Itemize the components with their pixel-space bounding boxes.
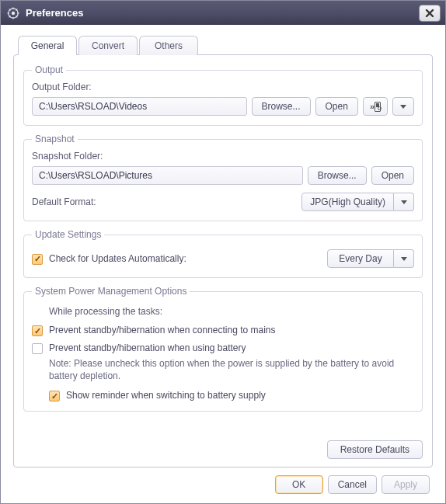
chevron-down-icon — [401, 257, 407, 261]
restore-defaults-button[interactable]: Restore Defaults — [327, 440, 423, 459]
power-group: System Power Management Options While pr… — [23, 286, 423, 412]
check-updates-checkbox[interactable] — [32, 254, 43, 265]
cancel-button[interactable]: Cancel — [328, 475, 377, 494]
output-folder-label: Output Folder: — [32, 82, 414, 92]
check-updates-checkbox-row: Check for Updates Automatically: — [32, 253, 186, 265]
tab-label: Others — [155, 40, 183, 51]
apply-button[interactable]: Apply — [382, 475, 430, 494]
default-format-arrow[interactable] — [394, 193, 414, 211]
close-icon — [424, 8, 435, 19]
dialog-footer: OK Cancel Apply — [13, 468, 433, 495]
default-format-value: JPG(High Quality) — [301, 193, 394, 211]
snapshot-legend: Snapshot — [32, 134, 78, 144]
tab-others[interactable]: Others — [139, 36, 198, 55]
default-format-select[interactable]: JPG(High Quality) — [301, 193, 414, 211]
window-title: Preferences — [26, 7, 419, 19]
send-to-device-icon: » — [370, 102, 381, 112]
show-reminder-row: Show reminder when switching to battery … — [49, 390, 414, 401]
ok-button[interactable]: OK — [275, 475, 323, 494]
gear-icon — [7, 7, 19, 19]
output-device-button[interactable]: » — [363, 97, 388, 116]
snapshot-folder-label: Snapshot Folder: — [32, 151, 414, 162]
output-browse-button[interactable]: Browse... — [252, 97, 311, 116]
tab-label: Convert — [92, 40, 124, 51]
power-note: Note: Please uncheck this option when th… — [49, 357, 414, 382]
output-group: Output Output Folder: Browse... Open » — [23, 64, 423, 126]
power-legend: System Power Management Options — [32, 286, 190, 297]
update-group: Update Settings Check for Updates Automa… — [23, 229, 423, 278]
dialog-body: General Convert Others Output Output Fol… — [1, 25, 445, 503]
update-frequency-arrow[interactable] — [394, 249, 414, 268]
update-frequency-value: Every Day — [327, 249, 394, 268]
prevent-battery-checkbox[interactable] — [32, 343, 43, 354]
output-open-button[interactable]: Open — [315, 97, 358, 116]
preferences-window: Preferences General Convert Others Outpu… — [0, 0, 446, 504]
snapshot-group: Snapshot Snapshot Folder: Browse... Open… — [23, 134, 423, 221]
prevent-mains-label: Prevent standby/hibernation when connect… — [49, 325, 276, 335]
tab-page-general: Output Output Folder: Browse... Open » S… — [13, 54, 433, 468]
titlebar: Preferences — [1, 1, 445, 25]
snapshot-open-button[interactable]: Open — [371, 166, 414, 185]
tab-label: General — [31, 40, 64, 51]
output-folder-input[interactable] — [32, 97, 247, 116]
tab-convert[interactable]: Convert — [78, 36, 138, 55]
output-legend: Output — [32, 64, 66, 75]
chevron-down-icon — [400, 105, 406, 109]
prevent-battery-label: Prevent standby/hibernation when using b… — [49, 342, 246, 353]
snapshot-browse-button[interactable]: Browse... — [308, 166, 367, 185]
prevent-mains-row: Prevent standby/hibernation when connect… — [32, 325, 414, 336]
prevent-mains-checkbox[interactable] — [32, 325, 43, 336]
update-legend: Update Settings — [32, 229, 104, 240]
check-updates-label: Check for Updates Automatically: — [49, 253, 186, 264]
prevent-battery-row: Prevent standby/hibernation when using b… — [32, 342, 414, 354]
power-while-label: While processing the tasks: — [49, 306, 414, 317]
output-device-dropdown[interactable] — [392, 97, 414, 116]
chevron-down-icon — [401, 200, 407, 204]
tab-general[interactable]: General — [18, 36, 77, 55]
tab-bar: General Convert Others — [18, 36, 433, 55]
snapshot-folder-input[interactable] — [32, 166, 303, 185]
close-button[interactable] — [419, 5, 441, 22]
show-reminder-label: Show reminder when switching to battery … — [66, 390, 266, 401]
default-format-label: Default Format: — [32, 196, 96, 207]
show-reminder-checkbox[interactable] — [49, 391, 60, 401]
update-frequency-select[interactable]: Every Day — [327, 249, 414, 268]
svg-point-1 — [12, 11, 15, 14]
